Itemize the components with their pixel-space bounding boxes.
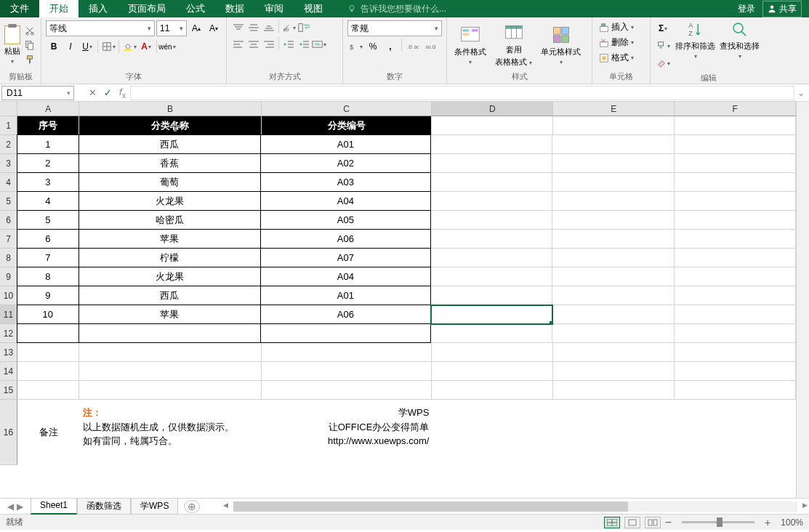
cell[interactable] — [432, 343, 553, 362]
decrease-decimal-button[interactable]: .00.0 — [422, 39, 438, 55]
cell[interactable] — [262, 381, 432, 400]
decrease-indent-button[interactable] — [281, 37, 296, 52]
clear-button[interactable] — [655, 55, 671, 71]
cell[interactable] — [552, 192, 674, 211]
row-headers[interactable]: 12345678910111213141516 — [0, 116, 17, 465]
align-right-button[interactable] — [262, 37, 276, 52]
align-left-button[interactable] — [231, 37, 246, 52]
cell[interactable] — [79, 381, 261, 400]
cell[interactable] — [262, 362, 432, 381]
cell[interactable]: A01 — [260, 134, 431, 154]
sheet-tab-Sheet1[interactable]: Sheet1 — [31, 499, 77, 515]
cell[interactable] — [431, 211, 552, 230]
horizontal-scrollbar[interactable] — [233, 501, 797, 512]
add-sheet-button[interactable]: ⊕ — [184, 500, 200, 513]
find-select-button[interactable]: 查找和选择 ▾ — [720, 20, 760, 71]
cell[interactable] — [17, 323, 79, 343]
cell[interactable] — [431, 324, 552, 343]
menu-view[interactable]: 视图 — [294, 0, 333, 17]
cell[interactable]: 学WPS让OFFICE办公变得简单http://www.xuewps.com/ — [262, 400, 432, 465]
page-break-view-button[interactable] — [645, 517, 661, 528]
login-link[interactable]: 登录 — [738, 3, 755, 15]
row-header-9[interactable]: 9 — [0, 267, 17, 286]
cell[interactable]: 7 — [17, 248, 79, 267]
name-box[interactable]: D11 — [1, 86, 74, 100]
vertical-scrollbar[interactable] — [796, 102, 809, 498]
cell[interactable]: 香蕉 — [79, 153, 261, 173]
comma-button[interactable]: , — [382, 39, 398, 55]
sheet-tab-学WPS[interactable]: 学WPS — [131, 499, 178, 515]
sheet-nav-next[interactable]: ▶ — [17, 501, 23, 512]
fx-button[interactable]: fx — [119, 86, 126, 100]
column-headers[interactable]: ABCDEF — [17, 102, 796, 116]
cell[interactable] — [675, 116, 796, 135]
cell[interactable] — [79, 323, 261, 343]
column-header-B[interactable]: B — [79, 102, 261, 116]
cell[interactable] — [17, 381, 79, 400]
cell[interactable]: A01 — [260, 286, 431, 305]
cell[interactable] — [675, 286, 796, 305]
page-layout-view-button[interactable] — [624, 517, 640, 528]
normal-view-button[interactable] — [604, 517, 620, 528]
cell[interactable]: 柠檬 — [79, 248, 261, 267]
cell[interactable]: 10 — [17, 305, 79, 324]
row-header-8[interactable]: 8 — [0, 249, 17, 267]
cell[interactable] — [552, 230, 674, 249]
cell[interactable] — [675, 154, 796, 173]
cell[interactable] — [79, 362, 261, 381]
increase-decimal-button[interactable]: .0.00 — [405, 39, 421, 55]
increase-font-button[interactable]: A▴ — [188, 20, 204, 36]
row-header-16[interactable]: 16 — [0, 400, 17, 465]
cell[interactable] — [432, 381, 553, 400]
format-painter-button[interactable] — [23, 53, 36, 66]
cell[interactable]: 火龙果 — [79, 267, 261, 286]
cell[interactable] — [79, 343, 261, 362]
cell[interactable] — [431, 267, 552, 286]
column-header-E[interactable]: E — [553, 102, 675, 116]
cell[interactable] — [675, 305, 796, 324]
bold-button[interactable]: B — [46, 39, 62, 55]
menu-data[interactable]: 数据 — [215, 0, 254, 17]
cell[interactable] — [552, 154, 674, 173]
cell[interactable]: 苹果 — [79, 229, 261, 249]
cell[interactable] — [260, 323, 431, 343]
menu-review[interactable]: 审阅 — [254, 0, 294, 17]
merge-center-button[interactable] — [312, 37, 326, 52]
cell[interactable] — [431, 192, 552, 211]
cancel-formula-button[interactable]: ✕ — [89, 87, 97, 98]
conditional-format-button[interactable]: 条件格式 ▾ — [451, 23, 489, 67]
insert-cells-button[interactable]: 插入 ▾ — [597, 20, 645, 34]
row-header-13[interactable]: 13 — [0, 343, 17, 362]
cell[interactable] — [675, 381, 796, 400]
cell[interactable]: A04 — [260, 267, 431, 286]
menu-layout[interactable]: 页面布局 — [118, 0, 176, 17]
align-top-button[interactable] — [231, 20, 246, 35]
spreadsheet-grid[interactable]: ABCDEF 12345678910111213141516 序号分类名称分类编… — [0, 102, 809, 498]
cell[interactable] — [675, 400, 796, 465]
paste-button[interactable]: 粘贴 ▾ — [4, 25, 20, 65]
cell[interactable] — [675, 249, 796, 267]
cell[interactable] — [675, 211, 796, 230]
cell[interactable] — [552, 135, 674, 154]
copy-button[interactable] — [23, 39, 36, 52]
table-format-button[interactable]: 套用 表格格式 ▾ — [492, 21, 535, 69]
align-middle-button[interactable] — [246, 20, 261, 35]
column-header-D[interactable]: D — [432, 102, 553, 116]
border-button[interactable] — [100, 39, 116, 55]
cell[interactable] — [675, 173, 796, 192]
cell[interactable] — [432, 362, 553, 381]
menu-file[interactable]: 文件 — [0, 0, 39, 17]
cell[interactable] — [432, 116, 553, 135]
select-all-corner[interactable] — [0, 102, 17, 116]
cell[interactable] — [431, 230, 552, 249]
zoom-in-button[interactable]: + — [765, 517, 770, 528]
autosum-button[interactable]: Σ — [655, 20, 671, 36]
font-name-select[interactable]: 等线 — [46, 20, 155, 36]
zoom-slider[interactable] — [682, 521, 754, 523]
cell[interactable] — [17, 343, 79, 362]
accounting-format-button[interactable]: $ — [347, 39, 363, 55]
sheet-nav-prev[interactable]: ◀ — [7, 501, 14, 512]
cell[interactable] — [17, 362, 79, 381]
cell[interactable]: A03 — [260, 172, 431, 192]
cell[interactable] — [262, 343, 432, 362]
